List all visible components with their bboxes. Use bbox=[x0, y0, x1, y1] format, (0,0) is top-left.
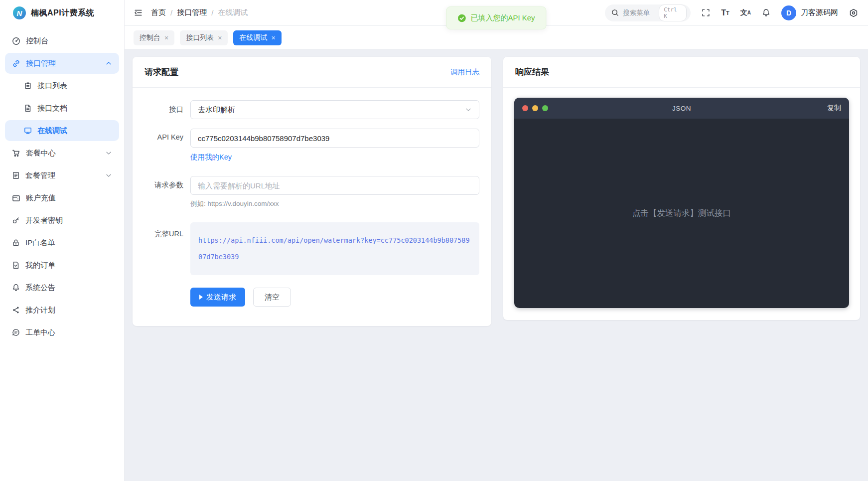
form-row-actions: 发送请求 清空 bbox=[145, 275, 479, 307]
clear-label: 清空 bbox=[265, 293, 280, 301]
main-area: 已填入您的API Key 首页 / 接口管理 / 在线调试 Ctrl K T bbox=[125, 0, 868, 481]
api-select[interactable]: 去水印解析 bbox=[190, 100, 479, 119]
full-url-label: 完整URL bbox=[145, 222, 190, 275]
yellow-dot-icon bbox=[532, 105, 538, 111]
api-key-input[interactable] bbox=[190, 129, 479, 148]
notification-bell-icon[interactable] bbox=[762, 8, 770, 17]
tab-label: 在线调试 bbox=[239, 33, 267, 42]
sidebar-item-label: 在线调试 bbox=[37, 126, 112, 136]
response-terminal: JSON 复制 点击【发送请求】测试接口 bbox=[514, 98, 849, 308]
sidebar-menu: 控制台 接口管理 接口列表 接口文档 bbox=[0, 26, 124, 347]
send-request-label: 发送请求 bbox=[206, 293, 236, 302]
params-input[interactable] bbox=[190, 176, 479, 195]
tab-online-debug[interactable]: 在线调试 × bbox=[233, 30, 281, 45]
user-name: 刀客源码网 bbox=[801, 8, 838, 17]
green-dot-icon bbox=[542, 105, 548, 111]
sidebar-item-api-management[interactable]: 接口管理 bbox=[5, 53, 119, 74]
sidebar-item-dashboard[interactable]: 控制台 bbox=[5, 30, 119, 51]
search-input[interactable] bbox=[623, 9, 655, 16]
response-card-title: 响应结果 bbox=[515, 66, 549, 78]
sidebar-item-label: 控制台 bbox=[26, 36, 112, 46]
sidebar-item-label: IP白名单 bbox=[25, 238, 112, 248]
app-logo: N 楠枫API计费系统 bbox=[0, 0, 124, 26]
sidebar-item-api-list[interactable]: 接口列表 bbox=[5, 75, 119, 96]
play-icon bbox=[199, 295, 203, 300]
font-size-small: T bbox=[726, 10, 729, 16]
copy-button[interactable]: 复制 bbox=[781, 104, 841, 113]
sidebar-item-label: 套餐管理 bbox=[25, 171, 100, 180]
document-icon bbox=[24, 104, 32, 112]
tab-label: 接口列表 bbox=[186, 33, 214, 42]
sidebar-item-online-debug[interactable]: 在线调试 bbox=[5, 120, 119, 141]
sidebar: N 楠枫API计费系统 控制台 接口管理 接口列表 bbox=[0, 0, 125, 481]
tab-close-icon[interactable]: × bbox=[164, 34, 168, 41]
form-row-api: 接口 去水印解析 bbox=[145, 100, 479, 119]
response-body: JSON 复制 点击【发送请求】测试接口 bbox=[503, 88, 860, 320]
terminal-body: 点击【发送请求】测试接口 bbox=[514, 119, 849, 308]
breadcrumb-separator: / bbox=[170, 8, 172, 17]
sidebar-item-label: 接口管理 bbox=[26, 59, 100, 68]
use-my-key-link[interactable]: 使用我的Key bbox=[190, 153, 232, 162]
chevron-down-icon bbox=[465, 106, 472, 113]
tab-close-icon[interactable]: × bbox=[271, 34, 275, 41]
tab-label: 控制台 bbox=[140, 33, 160, 42]
monitor-icon bbox=[24, 127, 32, 135]
sidebar-item-system-announcements[interactable]: 系统公告 bbox=[5, 277, 119, 298]
request-card-title: 请求配置 bbox=[145, 66, 178, 78]
user-menu[interactable]: D 刀客源码网 bbox=[781, 5, 838, 20]
key-icon bbox=[12, 216, 20, 224]
breadcrumb-home[interactable]: 首页 bbox=[151, 8, 166, 17]
sidebar-item-api-docs[interactable]: 接口文档 bbox=[5, 98, 119, 119]
sidebar-item-my-orders[interactable]: 我的订单 bbox=[5, 255, 119, 276]
fullscreen-icon[interactable] bbox=[702, 8, 710, 17]
tab-close-icon[interactable]: × bbox=[218, 34, 222, 41]
search-box[interactable]: Ctrl K bbox=[605, 4, 691, 21]
app-title: 楠枫API计费系统 bbox=[31, 8, 94, 18]
ticket-chat-icon bbox=[12, 328, 20, 336]
breadcrumb-api-management[interactable]: 接口管理 bbox=[177, 8, 207, 17]
tab-api-list[interactable]: 接口列表 × bbox=[180, 30, 228, 45]
api-select-value: 去水印解析 bbox=[198, 105, 235, 115]
success-check-icon bbox=[457, 14, 466, 22]
breadcrumb-separator: / bbox=[211, 8, 213, 17]
breadcrumb-current: 在线调试 bbox=[218, 8, 248, 17]
translate-icon[interactable]: 文A bbox=[740, 8, 751, 17]
tab-dashboard[interactable]: 控制台 × bbox=[134, 30, 174, 45]
form-row-params: 请求参数 例如: https://v.douyin.com/xxx bbox=[145, 176, 479, 208]
sidebar-item-label: 开发者密钥 bbox=[25, 216, 112, 225]
request-config-card: 请求配置 调用日志 接口 去水印解析 A bbox=[133, 57, 491, 326]
red-dot-icon bbox=[522, 105, 528, 111]
terminal-titlebar: JSON 复制 bbox=[514, 98, 849, 119]
params-hint: 例如: https://v.douyin.com/xxx bbox=[190, 199, 479, 208]
full-url-value: https://api.nfiii.com/api/open/watermark… bbox=[190, 222, 479, 275]
translate-latin: A bbox=[747, 10, 751, 15]
sidebar-item-account-recharge[interactable]: 账户充值 bbox=[5, 187, 119, 208]
chevron-up-icon bbox=[105, 60, 112, 67]
translate-cjk: 文 bbox=[740, 8, 747, 17]
search-shortcut-badge: Ctrl K bbox=[659, 4, 687, 21]
success-toast: 已填入您的API Key bbox=[446, 6, 546, 29]
clear-button[interactable]: 清空 bbox=[253, 288, 291, 307]
call-log-link[interactable]: 调用日志 bbox=[450, 67, 479, 77]
sidebar-item-ip-whitelist[interactable]: IP白名单 bbox=[5, 232, 119, 253]
sidebar-item-package-center[interactable]: 套餐中心 bbox=[5, 143, 119, 163]
sidebar-collapse-icon[interactable] bbox=[134, 8, 143, 17]
sidebar-item-label: 接口列表 bbox=[37, 81, 112, 91]
sidebar-item-label: 账户充值 bbox=[26, 193, 112, 203]
send-request-button[interactable]: 发送请求 bbox=[190, 288, 245, 307]
sidebar-item-label: 推介计划 bbox=[25, 306, 112, 315]
response-card-header: 响应结果 bbox=[503, 57, 860, 88]
settings-gear-icon[interactable] bbox=[849, 8, 858, 17]
tabs-bar: 控制台 × 接口列表 × 在线调试 × bbox=[125, 26, 868, 50]
sidebar-item-ticket-center[interactable]: 工单中心 bbox=[5, 322, 119, 343]
api-key-label: API Key bbox=[145, 129, 190, 162]
sidebar-item-referral-program[interactable]: 推介计划 bbox=[5, 300, 119, 321]
form-row-full-url: 完整URL https://api.nfiii.com/api/open/wat… bbox=[145, 222, 479, 275]
wallet-icon bbox=[12, 194, 20, 202]
form-row-apikey: API Key 使用我的Key bbox=[145, 129, 479, 162]
search-icon bbox=[611, 9, 619, 16]
sidebar-item-developer-keys[interactable]: 开发者密钥 bbox=[5, 210, 119, 231]
font-size-icon[interactable]: TT bbox=[721, 8, 729, 17]
sidebar-item-label: 接口文档 bbox=[37, 104, 112, 113]
sidebar-item-package-management[interactable]: 套餐管理 bbox=[5, 165, 119, 186]
